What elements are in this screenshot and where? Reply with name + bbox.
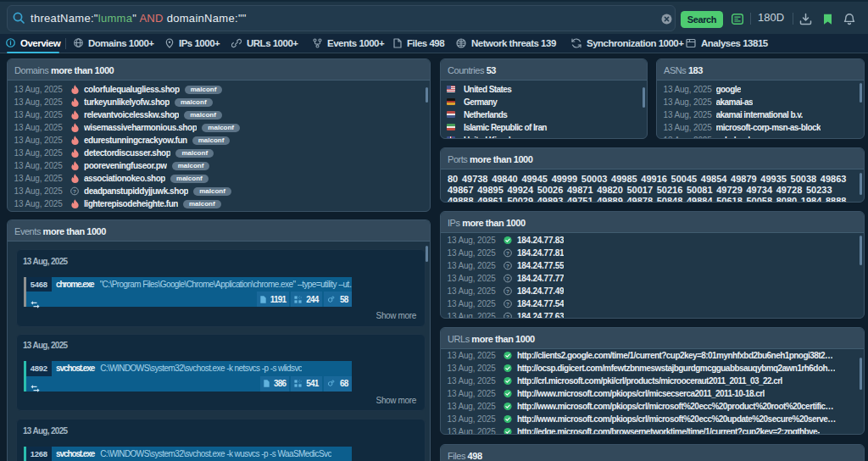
svg-text:?: ? [506,249,509,255]
svg-text:?: ? [506,300,509,306]
svg-text:?: ? [506,287,509,293]
svg-text:?: ? [506,275,509,280]
svg-text:?: ? [506,262,509,268]
svg-text:?: ? [73,188,76,194]
svg-text:?: ? [506,313,509,318]
